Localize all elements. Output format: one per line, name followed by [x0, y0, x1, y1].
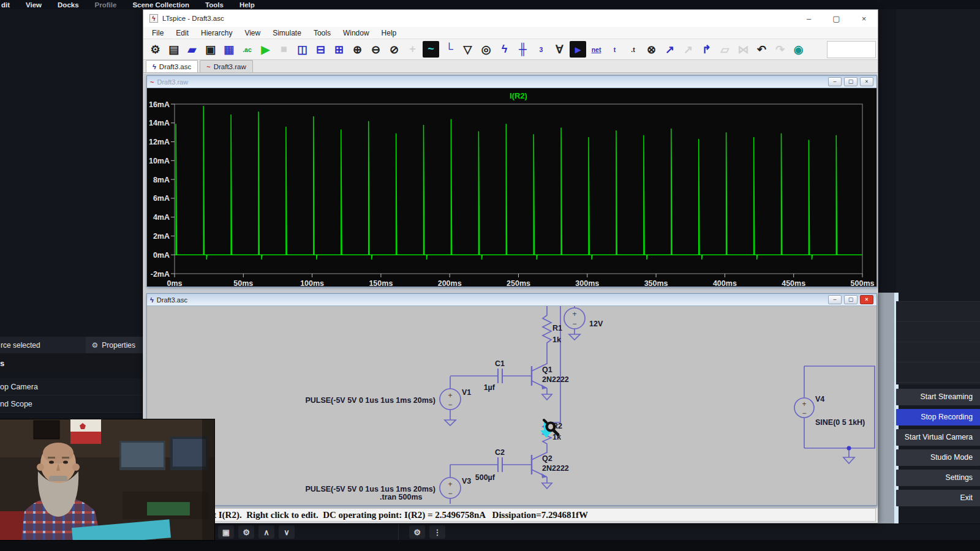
mirror-icon[interactable]: ⋈: [735, 41, 752, 58]
current-trace[interactable]: [175, 106, 862, 260]
zoom-fit-icon[interactable]: ⊘: [386, 41, 402, 58]
exit-button[interactable]: Exit: [896, 490, 980, 506]
copy-icon[interactable]: ↗: [680, 41, 696, 58]
waveform-plot[interactable]: 16mA14mA12mA10mA8mA6mA4mA2mA0mA-2mA0ms50…: [147, 88, 876, 287]
wires[interactable]: [450, 306, 875, 504]
waveform-viewer-icon[interactable]: ~: [423, 41, 439, 58]
component-value[interactable]: 2N2222: [542, 375, 569, 384]
move-source-down-icon[interactable]: ∨: [279, 525, 295, 539]
paste-icon[interactable]: ▱: [717, 41, 733, 58]
ltspice-title-bar[interactable]: ϟ LTspice - Draft3.asc – ▢ ×: [143, 10, 878, 27]
filters-gear-icon[interactable]: ⚙: [409, 525, 425, 539]
place-text-icon[interactable]: t: [606, 41, 623, 58]
lt-menu-window[interactable]: Window: [337, 28, 375, 38]
lt-menu-file[interactable]: File: [146, 28, 170, 38]
redo-icon[interactable]: ↷: [772, 41, 788, 58]
delete-icon[interactable]: ⊗: [643, 41, 660, 58]
minimize-button[interactable]: –: [828, 77, 842, 86]
cascade-windows-icon[interactable]: ⊞: [331, 41, 347, 58]
component-label[interactable]: C2: [495, 448, 505, 457]
component-value[interactable]: SINE(0 5 1kH): [815, 418, 865, 427]
start-streaming-button[interactable]: Start Streaming: [896, 389, 980, 405]
close-button[interactable]: ×: [860, 77, 873, 86]
menu-docks[interactable]: Docks: [58, 1, 79, 9]
spice-directive-icon[interactable]: .t: [625, 41, 641, 58]
component-label[interactable]: R1: [552, 324, 562, 332]
move-source-up-icon[interactable]: ∧: [258, 525, 274, 539]
component-value[interactable]: 2N2222: [542, 464, 569, 473]
menu-profile[interactable]: Profile: [95, 1, 117, 9]
close-button[interactable]: ×: [860, 295, 873, 304]
component-value[interactable]: PULSE(-5V 5V 0 1us 1us 1ms 20ms): [305, 396, 435, 405]
menu-view[interactable]: View: [26, 1, 42, 9]
maximize-button[interactable]: ▢: [823, 10, 850, 27]
close-button[interactable]: ×: [850, 10, 878, 27]
settings-button[interactable]: Settings: [896, 470, 980, 486]
lt-menu-tools[interactable]: Tools: [307, 28, 337, 38]
kebab-menu-icon[interactable]: ⋮: [429, 525, 445, 539]
minimize-button[interactable]: –: [795, 10, 823, 27]
transistor-q1[interactable]: Q1 2N2222: [532, 364, 569, 400]
component-value[interactable]: 1k: [552, 335, 561, 344]
lt-menu-hierarchy[interactable]: Hierarchy: [195, 28, 238, 38]
toolbar-search-box[interactable]: [827, 41, 876, 58]
component-label[interactable]: C1: [495, 359, 505, 368]
restore-button[interactable]: ▢: [844, 295, 858, 304]
stop-recording-button[interactable]: Stop Recording: [896, 409, 980, 425]
source-settings-gear-icon[interactable]: ⚙: [238, 525, 254, 539]
place-diode-icon[interactable]: ∀: [551, 41, 568, 58]
studio-mode-button[interactable]: Studio Mode: [896, 449, 980, 466]
undo-icon[interactable]: ↶: [753, 41, 770, 58]
voltage-source-v4[interactable]: + − V4 SINE(0 5 1kH): [794, 395, 865, 463]
component-label[interactable]: Q2: [542, 454, 552, 463]
duplicate-source-icon[interactable]: ▣: [218, 525, 234, 539]
place-net-label-icon[interactable]: net: [588, 41, 605, 58]
menu-scene-collection[interactable]: Scene Collection: [132, 1, 189, 9]
find-icon[interactable]: ◉: [790, 41, 807, 58]
zoom-in-icon[interactable]: ⊕: [349, 41, 366, 58]
menu-tools[interactable]: Tools: [205, 1, 224, 9]
pan-icon[interactable]: +: [404, 41, 421, 58]
resistor-r1[interactable]: R1 1k: [543, 313, 562, 349]
menu-edit-partial[interactable]: dit: [1, 1, 10, 9]
tab-draft3-asc[interactable]: ϟ Draft3.asc: [146, 60, 198, 72]
ac-analysis-icon[interactable]: .ac: [239, 41, 255, 58]
new-schematic-icon[interactable]: ▤: [165, 41, 182, 58]
place-resistor-icon[interactable]: ϟ: [496, 41, 513, 58]
component-value[interactable]: PULSE(-5V 5V 0 1us 1us 1ms 20ms): [305, 485, 435, 493]
voltage-source-12v[interactable]: + − 12V: [564, 308, 603, 340]
component-value[interactable]: 500µf: [475, 473, 496, 482]
properties-button[interactable]: ⚙ Properties: [86, 337, 143, 353]
start-virtual-camera-button[interactable]: Start Virtual Camera: [896, 429, 980, 446]
tab-draft3-raw[interactable]: ~ Draft3.raw: [200, 60, 252, 72]
component-value[interactable]: 12V: [589, 320, 603, 328]
source-item-op-camera[interactable]: op Camera: [0, 378, 143, 395]
save-icon[interactable]: ▣: [202, 41, 219, 58]
print-icon[interactable]: ▦: [221, 41, 237, 58]
voltage-source-v1[interactable]: + − V1 PULSE(-5V 5V 0 1us 1us 1ms 20ms): [305, 388, 471, 425]
drag-icon[interactable]: ↱: [698, 41, 715, 58]
waveform-window-title-bar[interactable]: ~ Draft3.raw – ▢ ×: [147, 76, 876, 88]
place-capacitor-icon[interactable]: ╫: [514, 41, 531, 58]
schematic-window-title-bar[interactable]: ϟ Draft3.asc – ▢ ×: [147, 294, 876, 306]
tile-vertical-icon[interactable]: ◫: [294, 41, 311, 58]
open-file-icon[interactable]: ▰: [184, 41, 200, 58]
place-voltage-source-icon[interactable]: ◎: [478, 41, 494, 58]
lt-menu-simulate[interactable]: Simulate: [266, 28, 307, 38]
lt-menu-edit[interactable]: Edit: [170, 28, 195, 38]
move-icon[interactable]: ↗: [662, 41, 678, 58]
trace-legend[interactable]: I(R2): [510, 91, 527, 100]
restore-button[interactable]: ▢: [844, 77, 858, 86]
minimize-button[interactable]: –: [828, 295, 842, 304]
component-label[interactable]: V1: [462, 388, 471, 397]
transistor-q2[interactable]: Q2 2N2222: [532, 452, 569, 489]
component-label[interactable]: V4: [815, 395, 824, 403]
source-item-nd-scope[interactable]: nd Scope: [0, 395, 143, 413]
component-label[interactable]: Q1: [542, 365, 552, 374]
place-component-icon[interactable]: ▸: [570, 41, 586, 58]
place-inductor-icon[interactable]: 3: [533, 41, 549, 58]
zoom-out-icon[interactable]: ⊖: [368, 41, 384, 58]
tile-horizontal-icon[interactable]: ⊟: [312, 41, 329, 58]
place-ground-icon[interactable]: ▽: [459, 41, 476, 58]
run-simulation-icon[interactable]: ▶: [257, 41, 274, 58]
